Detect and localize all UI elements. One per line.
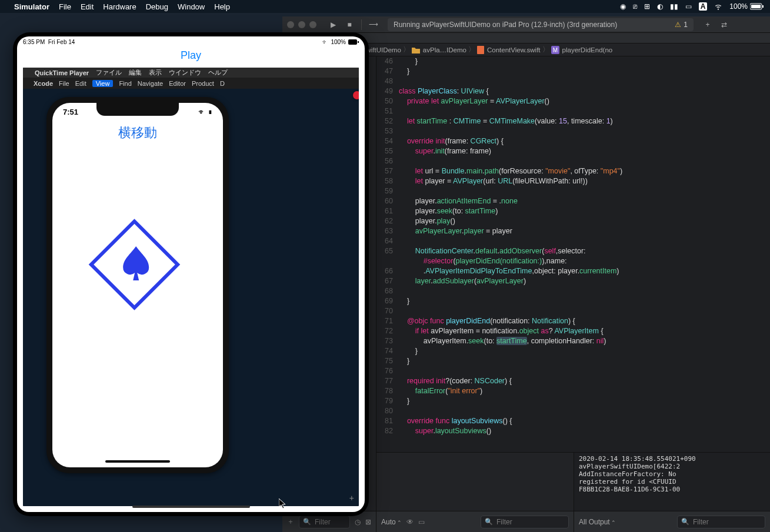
code-line[interactable]: 76	[376, 366, 770, 376]
code-line[interactable]: 48	[376, 76, 770, 86]
battery-status[interactable]: 100%	[729, 2, 764, 11]
code-line[interactable]: 77 required init?(coder: NSCoder) {	[376, 376, 770, 386]
code-line[interactable]: 50 private let avPlayerLayer = AVPlayerL…	[376, 96, 770, 106]
tray-icon-1[interactable]: ⎚	[633, 2, 637, 11]
code-line[interactable]: 62 player.play()	[376, 216, 770, 226]
code-line[interactable]: 72 if let avPlayerItem = notification.ob…	[376, 326, 770, 336]
menu-edit[interactable]: Edit	[81, 2, 94, 11]
code-line[interactable]: 52 let startTime : CMTime = CMTimeMake(v…	[376, 116, 770, 126]
filter-placeholder-3: Filter	[693, 518, 709, 526]
code-line[interactable]: 67 layer.addSublayer(avPlayerLayer)	[376, 276, 770, 286]
code-line[interactable]: 55 super.init(frame: frame)	[376, 146, 770, 156]
search-icon: 🔍	[681, 518, 689, 526]
code-line[interactable]: 56	[376, 156, 770, 166]
code-line[interactable]: 66 .AVPlayerItemDidPlayToEndTime,object:…	[376, 266, 770, 276]
add-editor-button[interactable]: +	[701, 19, 714, 31]
tray-icon-4[interactable]: ▮▮	[670, 2, 678, 11]
play-button[interactable]: Play	[17, 46, 365, 68]
window-traffic-lights[interactable]	[287, 21, 316, 28]
ipad-home-indicator[interactable]	[132, 506, 250, 508]
clock-icon[interactable]: ◷	[355, 518, 361, 526]
tray-icon-2[interactable]: ⊞	[644, 2, 650, 11]
jumpbar-file[interactable]: ContentView.swift	[477, 46, 541, 54]
code-line[interactable]: 59	[376, 186, 770, 196]
code-line[interactable]: 80	[376, 406, 770, 416]
code-line[interactable]: 78 fatalError("init error")	[376, 386, 770, 396]
stop-button[interactable]: ■	[343, 19, 356, 31]
code-line[interactable]: 51	[376, 106, 770, 116]
inner-status-icons: ᯤ ▮	[198, 108, 212, 116]
scheme-selector[interactable]: ⟶	[367, 19, 380, 31]
warning-icon: ⚠	[675, 21, 681, 29]
code-line[interactable]: 47 }	[376, 66, 770, 76]
macos-menubar: Simulator File Edit Hardware Debug Windo…	[0, 0, 770, 13]
code-line[interactable]: 49class PlayerClass: UIView {	[376, 86, 770, 96]
navigator-filter[interactable]: 🔍 Filter	[299, 516, 350, 528]
warnings-indicator[interactable]: ⚠ 1	[675, 21, 688, 29]
console-filter[interactable]: 🔍 Filter	[677, 516, 765, 528]
code-line[interactable]: #selector(playerDidEnd(notification:)),n…	[376, 256, 770, 266]
variables-filter[interactable]: 🔍 Filter	[481, 516, 569, 528]
menu-file[interactable]: File	[59, 2, 71, 11]
code-line[interactable]: 61 player.seek(to: startTime)	[376, 206, 770, 216]
all-output-dropdown[interactable]: All Output⌃	[579, 518, 616, 526]
inner-time: 7:51	[63, 108, 78, 116]
add-button[interactable]: ＋	[287, 517, 294, 527]
record-icon[interactable]: ◉	[620, 2, 626, 11]
code-line[interactable]: 53	[376, 126, 770, 136]
menu-window[interactable]: Window	[178, 2, 205, 11]
activity-text: Running avPlayerSwiftUIDemo on iPad Pro …	[394, 21, 617, 29]
menubar-app-name[interactable]: Simulator	[14, 2, 49, 11]
screen-mirror-icon[interactable]: ▭	[685, 2, 692, 11]
console-output[interactable]: 2020-02-14 18:35:48.554021+090 avPlayerS…	[574, 453, 770, 511]
scm-icon[interactable]: ⊠	[365, 518, 371, 526]
code-review-button[interactable]: ⇄	[718, 19, 731, 31]
svg-rect-2	[762, 5, 764, 8]
video-player-view[interactable]: QuickTime Player ファイル 編集 表示 ウインドウ ヘルプ Xc…	[23, 68, 359, 506]
code-line[interactable]: 60 player.actionAtItemEnd = .none	[376, 196, 770, 206]
run-button[interactable]: ▶	[326, 19, 339, 31]
code-line[interactable]: 79 }	[376, 396, 770, 406]
code-line[interactable]: 46 }	[376, 56, 770, 66]
svg-rect-8	[348, 39, 357, 45]
code-line[interactable]: 63 avPlayerLayer.player = player	[376, 226, 770, 236]
auto-dropdown[interactable]: Auto⌃	[381, 518, 402, 526]
eye-icon[interactable]: 👁	[406, 518, 414, 526]
code-line[interactable]: 57 let url = Bundle.main.path(forResourc…	[376, 166, 770, 176]
code-line[interactable]: 69 }	[376, 296, 770, 306]
spade-icon	[119, 244, 152, 285]
code-line[interactable]: 68	[376, 286, 770, 296]
input-source-icon[interactable]: A	[699, 2, 708, 11]
code-line[interactable]: 65 NotificationCenter.default.addObserve…	[376, 246, 770, 256]
menu-help[interactable]: Help	[214, 2, 230, 11]
code-line[interactable]: 70	[376, 306, 770, 316]
code-line[interactable]: 58 let player = AVPlayer(url: URL(fileUR…	[376, 176, 770, 186]
code-line[interactable]: 64	[376, 236, 770, 246]
ipad-screen[interactable]: 6:35 PM Fri Feb 14 ᯤ 100% Play QuickTime…	[17, 36, 365, 512]
code-line[interactable]: 82 super.layoutSubviews()	[376, 426, 770, 436]
jumpbar-symbol[interactable]: M playerDidEnd(no	[551, 46, 613, 54]
search-icon: 🔍	[303, 518, 311, 526]
svg-rect-4	[477, 46, 484, 54]
tray-icon-3[interactable]: ◐	[657, 2, 663, 11]
svg-rect-9	[358, 41, 359, 43]
code-line[interactable]: 81 override func layoutSubviews() {	[376, 416, 770, 426]
jumpbar-folder[interactable]: avPla…IDemo	[412, 46, 466, 53]
code-line[interactable]: 75 }	[376, 356, 770, 366]
activity-status[interactable]: Running avPlayerSwiftUIDemo on iPad Pro …	[388, 18, 694, 31]
menu-debug[interactable]: Debug	[146, 2, 168, 11]
code-line[interactable]: 73 avPlayerItem.seek(to: startTime, comp…	[376, 336, 770, 346]
variables-view[interactable]	[376, 453, 574, 511]
code-line[interactable]: 54 override init(frame: CGRect) {	[376, 136, 770, 146]
inner-title: 横移動	[52, 124, 223, 142]
svg-text:M: M	[552, 47, 557, 53]
ipad-time: 6:35 PM	[23, 39, 45, 45]
source-editor[interactable]: 46 }47 }4849class PlayerClass: UIView {5…	[376, 56, 770, 511]
menu-hardware[interactable]: Hardware	[103, 2, 136, 11]
code-line[interactable]: 71 @objc func playerDidEnd(notification:…	[376, 316, 770, 326]
code-line[interactable]: 74 }	[376, 346, 770, 356]
wifi-icon[interactable]	[714, 2, 722, 11]
quicklook-icon[interactable]: ▭	[418, 518, 425, 526]
battery-percent: 100%	[729, 2, 748, 11]
simulator-window[interactable]: 6:35 PM Fri Feb 14 ᯤ 100% Play QuickTime…	[13, 32, 369, 516]
